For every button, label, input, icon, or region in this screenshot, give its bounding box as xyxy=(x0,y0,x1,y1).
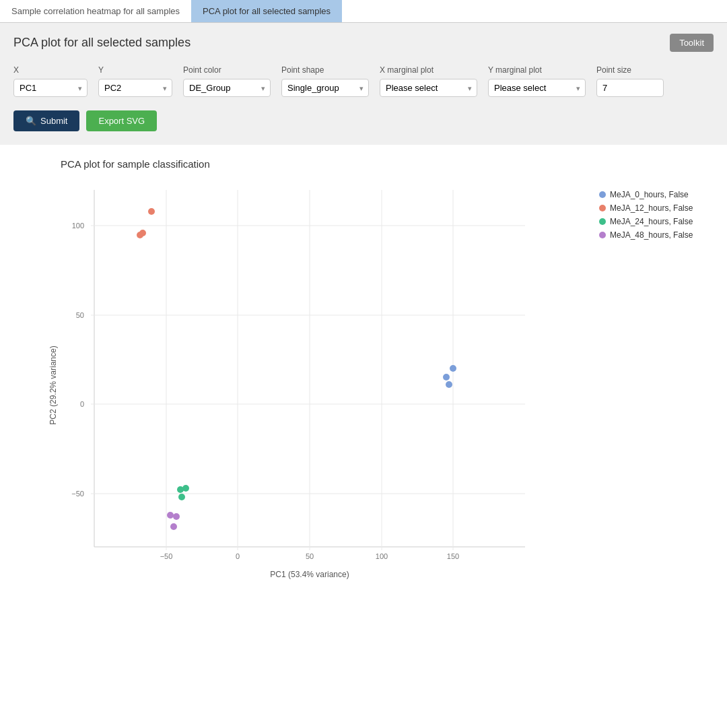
x-select-wrapper: PC1 PC2 PC3 xyxy=(13,79,88,97)
legend-dot-2 xyxy=(599,218,606,225)
point-size-control-group: Point size xyxy=(596,65,664,97)
y-marginal-select[interactable]: Please select xyxy=(488,79,586,97)
chart-area: PCA plot for sample classification PC2 (… xyxy=(0,145,727,614)
data-point xyxy=(450,365,456,372)
x-marginal-select-wrapper: Please select xyxy=(380,79,477,97)
point-shape-select-wrapper: Single_group xyxy=(281,79,369,97)
legend-dot-0 xyxy=(599,191,606,198)
x-marginal-select[interactable]: Please select xyxy=(380,79,477,97)
data-point xyxy=(170,523,177,530)
y-axis-label: PC2 (29.2% variance) xyxy=(48,345,58,424)
legend-label-2: MeJA_24_hours, False xyxy=(610,217,693,226)
chart-with-axes: PC2 (29.2% variance) 100 50 xyxy=(20,176,586,594)
legend-item-1: MeJA_12_hours, False xyxy=(599,203,707,213)
svg-text:100: 100 xyxy=(72,222,84,230)
search-icon: 🔍 xyxy=(26,116,36,126)
data-point xyxy=(167,512,174,519)
svg-text:−50: −50 xyxy=(160,552,173,560)
legend-dot-3 xyxy=(599,232,606,238)
actions-row: 🔍 Submit Export SVG xyxy=(13,110,714,131)
tabs-bar: Sample correlation heatmap for all sampl… xyxy=(0,0,727,23)
panel-header: PCA plot for all selected samples Toolki… xyxy=(0,23,727,145)
point-shape-control-group: Point shape Single_group xyxy=(281,65,369,97)
legend-label-0: MeJA_0_hours, False xyxy=(610,190,689,199)
point-color-select[interactable]: DE_Group xyxy=(183,79,271,97)
data-point xyxy=(178,494,185,500)
data-point xyxy=(137,232,143,238)
point-color-select-wrapper: DE_Group xyxy=(183,79,271,97)
x-marginal-label: X marginal plot xyxy=(380,65,477,75)
legend-label-3: MeJA_48_hours, False xyxy=(610,230,693,240)
svg-text:150: 150 xyxy=(447,552,459,560)
y-control-group: Y PC2 PC1 PC3 xyxy=(98,65,172,97)
pca-plot: 100 50 0 −50 −50 0 xyxy=(54,176,539,594)
y-marginal-label: Y marginal plot xyxy=(488,65,586,75)
legend-item-2: MeJA_24_hours, False xyxy=(599,217,707,226)
legend-item-0: MeJA_0_hours, False xyxy=(599,190,707,199)
x-marginal-control-group: X marginal plot Please select xyxy=(380,65,477,97)
svg-text:−50: −50 xyxy=(71,490,84,498)
point-size-input[interactable] xyxy=(596,79,664,97)
y-marginal-select-wrapper: Please select xyxy=(488,79,586,97)
point-color-label: Point color xyxy=(183,65,271,75)
y-select[interactable]: PC2 PC1 PC3 xyxy=(98,79,172,97)
legend-label-1: MeJA_12_hours, False xyxy=(610,203,693,213)
point-size-label: Point size xyxy=(596,65,664,75)
tab-heatmap[interactable]: Sample correlation heatmap for all sampl… xyxy=(0,0,191,22)
svg-text:0: 0 xyxy=(236,552,240,560)
page-title: PCA plot for all selected samples xyxy=(13,36,191,50)
chart-title: PCA plot for sample classification xyxy=(61,158,707,170)
y-marginal-control-group: Y marginal plot Please select xyxy=(488,65,586,97)
svg-text:50: 50 xyxy=(76,311,84,319)
legend-item-3: MeJA_48_hours, False xyxy=(599,230,707,240)
svg-text:PC1 (53.4% variance): PC1 (53.4% variance) xyxy=(270,570,349,579)
chart-container: PC2 (29.2% variance) 100 50 xyxy=(20,176,707,594)
panel-title-row: PCA plot for all selected samples Toolki… xyxy=(13,34,714,52)
data-point xyxy=(446,381,452,388)
x-control-group: X PC1 PC2 PC3 xyxy=(13,65,88,97)
point-shape-select[interactable]: Single_group xyxy=(281,79,369,97)
y-select-wrapper: PC2 PC1 PC3 xyxy=(98,79,172,97)
svg-text:0: 0 xyxy=(80,400,84,408)
controls-row: X PC1 PC2 PC3 Y PC2 PC1 PC3 Point color xyxy=(13,65,714,97)
legend-dot-1 xyxy=(599,205,606,211)
submit-button[interactable]: 🔍 Submit xyxy=(13,110,79,131)
data-point xyxy=(148,208,155,215)
x-label: X xyxy=(13,65,88,75)
y-label: Y xyxy=(98,65,172,75)
tab-pca[interactable]: PCA plot for all selected samples xyxy=(191,0,342,22)
data-point xyxy=(173,513,180,520)
point-color-control-group: Point color DE_Group xyxy=(183,65,271,97)
data-point xyxy=(443,374,450,380)
toolkit-button[interactable]: Toolkit xyxy=(670,34,714,52)
data-point xyxy=(182,485,189,492)
svg-text:100: 100 xyxy=(376,552,388,560)
x-select[interactable]: PC1 PC2 PC3 xyxy=(13,79,88,97)
point-shape-label: Point shape xyxy=(281,65,369,75)
export-svg-button[interactable]: Export SVG xyxy=(86,110,157,131)
svg-text:50: 50 xyxy=(306,552,314,560)
chart-legend: MeJA_0_hours, False MeJA_12_hours, False… xyxy=(599,176,707,240)
